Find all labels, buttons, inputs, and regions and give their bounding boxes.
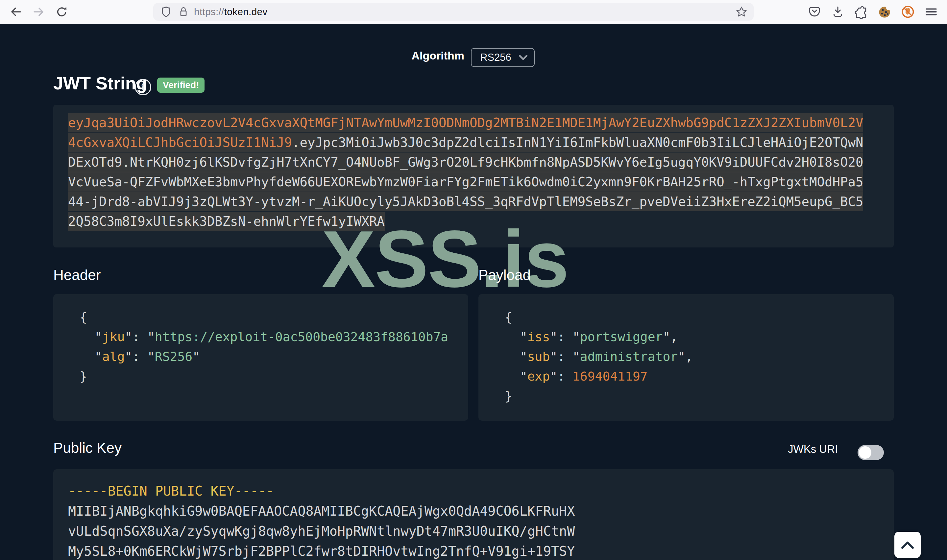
chevron-down-icon [519,55,527,60]
algorithm-label: Algorithm [375,49,464,62]
chevron-up-icon [901,541,914,549]
token-dev-page: Algorithm RS256 JWT String i Verified! X… [0,24,947,560]
back-button[interactable] [9,5,23,19]
algorithm-selected-value: RS256 [480,52,511,63]
verified-badge: Verified! [157,78,205,93]
forward-arrow-icon [32,5,45,18]
payload-json-box[interactable]: { "iss": "portswigger", "sub": "administ… [479,294,894,421]
info-icon[interactable]: i [135,79,151,95]
cookie-icon[interactable] [877,5,892,19]
menu-hamburger-icon[interactable] [924,5,938,19]
download-icon[interactable] [831,5,845,19]
jwks-uri-toggle[interactable] [858,445,884,460]
url-domain: token.dev [224,6,268,17]
scroll-to-top-button[interactable] [895,532,921,558]
header-section-title: Header [53,267,101,283]
lock-icon[interactable] [177,6,189,18]
back-arrow-icon [9,5,22,18]
watermark-text: XSS.is [322,212,568,305]
payload-section-title: Payload [479,267,531,283]
payload-json-content[interactable]: { "iss": "portswigger", "sub": "administ… [505,307,693,406]
public-key-content[interactable]: -----BEGIN PUBLIC KEY-----MIIBIjANBgkqhk… [68,481,575,560]
reload-button[interactable] [55,5,69,19]
jwt-string-title: JWT String [53,73,147,93]
forward-button[interactable] [32,5,46,19]
extensions-puzzle-icon[interactable] [854,5,868,19]
shield-icon[interactable] [160,6,172,18]
public-key-section-title: Public Key [53,440,122,456]
jwks-uri-label: JWKs URI [788,443,838,455]
public-key-box[interactable]: -----BEGIN PUBLIC KEY-----MIIBIjANBgkqhk… [53,469,894,560]
url-text[interactable]: https://token.dev [194,6,268,17]
bookmark-star-icon[interactable] [735,6,748,18]
pocket-icon[interactable] [807,5,822,19]
toggle-knob [859,446,872,459]
header-json-content[interactable]: { "jku": "https://exploit-0ac500be032483… [80,307,448,386]
header-json-box[interactable]: { "jku": "https://exploit-0ac500be032483… [53,294,468,421]
url-bar[interactable]: https://token.dev [153,3,754,21]
reload-icon [55,5,68,18]
content-blocker-icon[interactable] [901,5,915,19]
browser-chrome: https://token.dev [0,0,947,24]
algorithm-select[interactable]: RS256 [471,48,535,67]
url-scheme: https:// [194,6,224,17]
